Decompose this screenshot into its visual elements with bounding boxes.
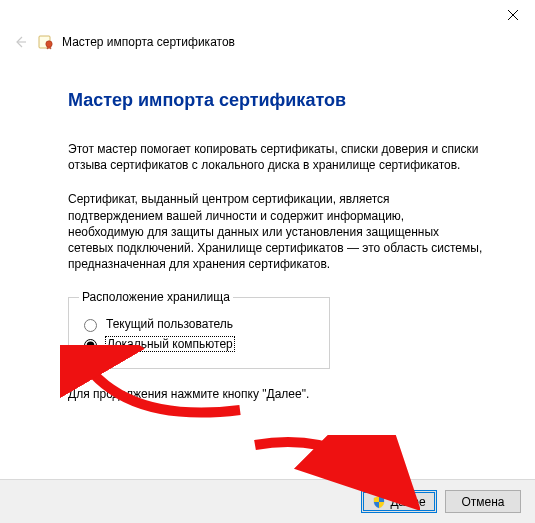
cancel-button[interactable]: Отмена bbox=[445, 490, 521, 513]
page-heading: Мастер импорта сертификатов bbox=[68, 90, 483, 111]
store-location-group: Расположение хранилища Текущий пользоват… bbox=[68, 290, 330, 369]
close-icon bbox=[508, 10, 518, 20]
certificate-wizard-icon bbox=[38, 34, 54, 50]
close-button[interactable] bbox=[491, 0, 535, 30]
radio-current-user-row[interactable]: Текущий пользователь bbox=[79, 316, 319, 332]
store-location-legend: Расположение хранилища bbox=[79, 290, 233, 304]
back-arrow-icon bbox=[12, 34, 28, 50]
explain-paragraph: Сертификат, выданный центром сертификаци… bbox=[68, 191, 483, 272]
radio-current-user-label[interactable]: Текущий пользователь bbox=[106, 317, 233, 331]
wizard-title: Мастер импорта сертификатов bbox=[62, 35, 235, 49]
wizard-content: Мастер импорта сертификатов Этот мастер … bbox=[0, 54, 535, 401]
continue-hint: Для продолжения нажмите кнопку "Далее". bbox=[68, 387, 483, 401]
radio-local-computer[interactable] bbox=[84, 339, 97, 352]
next-button[interactable]: Далее bbox=[361, 490, 437, 513]
svg-point-4 bbox=[46, 41, 52, 47]
cancel-button-label: Отмена bbox=[461, 495, 504, 509]
uac-shield-icon bbox=[372, 495, 386, 509]
radio-local-computer-row[interactable]: Локальный компьютер bbox=[79, 336, 319, 352]
titlebar bbox=[0, 0, 535, 32]
wizard-footer: Далее Отмена bbox=[0, 479, 535, 523]
radio-local-computer-label[interactable]: Локальный компьютер bbox=[106, 337, 234, 351]
intro-paragraph: Этот мастер помогает копировать сертифик… bbox=[68, 141, 483, 173]
next-button-label: Далее bbox=[390, 495, 425, 509]
wizard-header: Мастер импорта сертификатов bbox=[0, 30, 535, 54]
back-button[interactable] bbox=[10, 32, 30, 52]
radio-current-user[interactable] bbox=[84, 319, 97, 332]
